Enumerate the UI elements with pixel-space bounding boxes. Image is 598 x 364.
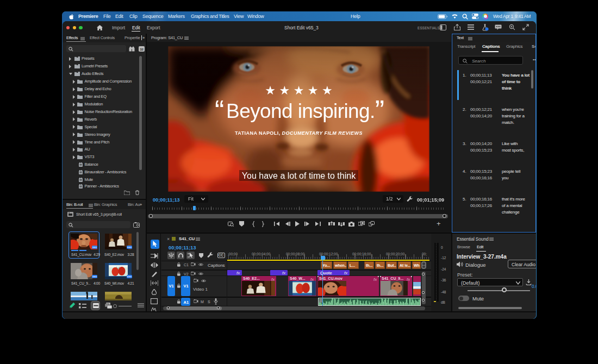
svg-text:32: 32 (140, 48, 144, 51)
